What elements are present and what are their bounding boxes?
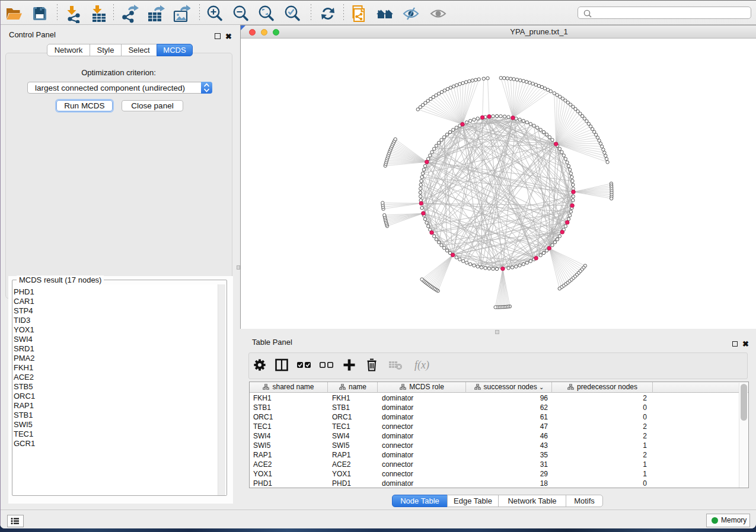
svg-text:f(x): f(x) — [414, 359, 429, 371]
